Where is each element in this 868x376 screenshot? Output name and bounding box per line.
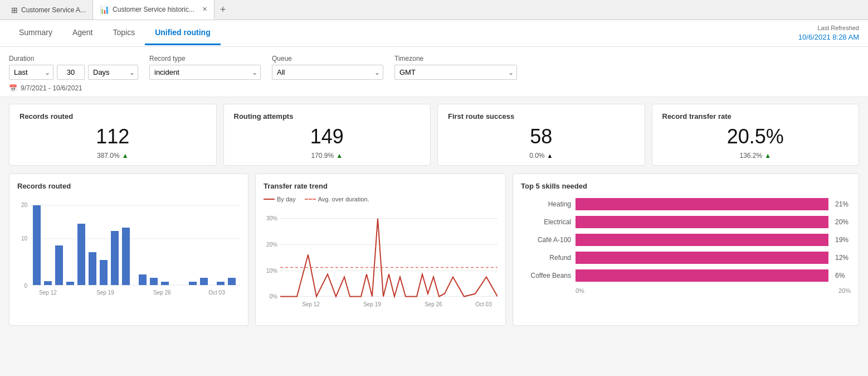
last-refreshed: Last Refreshed 10/6/2021 8:28 AM bbox=[798, 24, 859, 43]
svg-text:Sep 26: Sep 26 bbox=[153, 290, 171, 296]
hbar-pct-refund: 12% bbox=[835, 254, 851, 262]
tab-summary[interactable]: Summary bbox=[9, 21, 62, 45]
tab-cs-admin[interactable]: ⊞ Customer Service A... bbox=[4, 0, 93, 20]
bar-chart-area: 20 10 0 bbox=[17, 196, 240, 307]
hbar-label-electrical: Electrical bbox=[521, 218, 571, 226]
date-range-value: 9/7/2021 - 10/6/2021 bbox=[21, 84, 82, 92]
date-range: 📅 9/7/2021 - 10/6/2021 bbox=[9, 84, 859, 92]
hbar-axis-max: 20% bbox=[838, 287, 851, 294]
transfer-rate-chart: Transfer rate trend By day Avg. over dur… bbox=[255, 173, 506, 326]
hbar-fill-cafe bbox=[576, 234, 828, 246]
new-tab-button[interactable]: + bbox=[214, 4, 232, 16]
chart-legend: By day Avg. over duration. bbox=[264, 196, 498, 203]
svg-text:0%: 0% bbox=[270, 293, 278, 300]
timezone-select[interactable]: GMT EST PST bbox=[394, 65, 517, 80]
duration-value-input[interactable] bbox=[57, 65, 85, 80]
last-refreshed-label: Last Refreshed bbox=[798, 24, 859, 32]
legend-line-dashed bbox=[305, 199, 316, 200]
svg-rect-10 bbox=[77, 224, 85, 285]
records-routed-chart: Records routed 20 10 0 bbox=[9, 173, 248, 326]
hbar-fill-refund bbox=[576, 252, 828, 264]
hbar-track-coffee bbox=[576, 269, 828, 282]
svg-rect-18 bbox=[189, 282, 197, 285]
queue-label: Queue bbox=[272, 55, 383, 62]
kpi-records-routed-title: Records routed bbox=[19, 112, 206, 120]
hbar-track-electrical bbox=[576, 216, 828, 228]
kpi-transfer-rate-title: Record transfer rate bbox=[662, 112, 849, 120]
svg-text:0: 0 bbox=[24, 283, 27, 289]
legend-by-day: By day bbox=[264, 196, 296, 203]
svg-text:Sep 12: Sep 12 bbox=[302, 301, 320, 307]
svg-text:Sep 12: Sep 12 bbox=[39, 290, 57, 296]
transfer-rate-chart-title: Transfer rate trend bbox=[264, 182, 498, 190]
top-skills-chart-title: Top 5 skills needed bbox=[521, 182, 851, 190]
svg-rect-9 bbox=[66, 282, 74, 285]
legend-line-solid bbox=[264, 199, 275, 200]
calendar-icon: 📅 bbox=[9, 84, 17, 92]
tab-unified-routing[interactable]: Unified routing bbox=[145, 21, 221, 45]
hbar-row-cafe: Café A-100 19% bbox=[521, 234, 851, 246]
svg-rect-11 bbox=[89, 252, 96, 285]
hbar-pct-coffee: 6% bbox=[835, 272, 851, 279]
kpi-records-routed-pct: 387.0% bbox=[97, 152, 120, 160]
svg-rect-13 bbox=[111, 231, 119, 285]
hbar-pct-cafe: 19% bbox=[835, 236, 851, 244]
hbar-chart-area: Heating 21% Electrical 20% Café A-100 bbox=[521, 196, 851, 296]
main-content: Records routed 112 387.0% ▲ Routing atte… bbox=[0, 97, 868, 332]
bar-chart-svg: 20 10 0 bbox=[17, 196, 240, 307]
arrow-up-icon: ▲ bbox=[764, 152, 771, 160]
kpi-first-route-success-value: 58 bbox=[448, 125, 635, 148]
grid-icon: ⊞ bbox=[11, 6, 18, 15]
arrow-up-icon: ▲ bbox=[336, 152, 343, 160]
timezone-label: Timezone bbox=[394, 55, 517, 62]
kpi-routing-attempts: Routing attempts 149 170.9% ▲ bbox=[223, 104, 431, 166]
kpi-routing-attempts-value: 149 bbox=[234, 125, 421, 148]
hbar-axis: 0% 20% bbox=[521, 287, 851, 294]
kpi-routing-attempts-change: 170.9% ▲ bbox=[234, 152, 421, 160]
tab-agent[interactable]: Agent bbox=[62, 21, 103, 45]
kpi-records-routed: Records routed 112 387.0% ▲ bbox=[9, 104, 217, 166]
duration-period-select[interactable]: Last bbox=[9, 65, 53, 80]
tab-cs-admin-label: Customer Service A... bbox=[21, 6, 86, 14]
hbar-row-coffee: Coffee Beans 6% bbox=[521, 269, 851, 282]
svg-text:10: 10 bbox=[21, 235, 28, 242]
duration-label: Duration bbox=[9, 55, 138, 62]
timezone-filter: Timezone GMT EST PST bbox=[394, 55, 517, 80]
record-type-label: Record type bbox=[149, 55, 261, 62]
nav-bar: Summary Agent Topics Unified routing Las… bbox=[0, 20, 868, 47]
hbar-label-cafe: Café A-100 bbox=[521, 236, 571, 244]
hbar-track-cafe bbox=[576, 234, 828, 246]
svg-text:Sep 26: Sep 26 bbox=[425, 301, 442, 307]
svg-rect-21 bbox=[228, 278, 236, 285]
svg-text:Sep 19: Sep 19 bbox=[96, 290, 114, 296]
svg-text:Sep 19: Sep 19 bbox=[363, 301, 381, 307]
hbar-pct-electrical: 20% bbox=[835, 218, 851, 226]
tab-cs-historic[interactable]: 📊 Customer Service historic... ✕ bbox=[93, 0, 214, 20]
hbar-track-refund bbox=[576, 252, 828, 264]
tab-topics[interactable]: Topics bbox=[103, 21, 145, 45]
duration-filter: Duration Last Days Weeks Months bbox=[9, 55, 138, 80]
svg-text:20%: 20% bbox=[266, 242, 277, 248]
queue-filter: Queue All bbox=[272, 55, 383, 80]
hbar-label-refund: Refund bbox=[521, 254, 571, 262]
svg-rect-12 bbox=[100, 260, 108, 285]
duration-unit-select[interactable]: Days Weeks Months bbox=[88, 65, 138, 80]
kpi-first-route-success: First route success 58 0.0% ▲ bbox=[437, 104, 645, 166]
hbar-track-heating bbox=[576, 198, 828, 210]
tab-cs-historic-label: Customer Service historic... bbox=[113, 6, 194, 13]
kpi-transfer-rate-value: 20.5% bbox=[662, 125, 849, 148]
record-type-select[interactable]: incident case task bbox=[149, 65, 261, 80]
nav-tabs: Summary Agent Topics Unified routing bbox=[9, 21, 221, 45]
chart-icon: 📊 bbox=[100, 5, 109, 14]
svg-rect-7 bbox=[44, 281, 52, 285]
queue-select[interactable]: All bbox=[272, 65, 383, 80]
top-skills-chart: Top 5 skills needed Heating 21% Electric… bbox=[513, 173, 859, 326]
svg-rect-19 bbox=[200, 278, 208, 285]
kpi-transfer-rate-pct: 136.2% bbox=[739, 152, 762, 160]
tab-bar: ⊞ Customer Service A... 📊 Customer Servi… bbox=[0, 0, 868, 20]
line-chart-area: 30% 20% 10% 0% Sep 12 Sep bbox=[264, 206, 498, 317]
kpi-routing-attempts-title: Routing attempts bbox=[234, 112, 421, 120]
tab-close-button[interactable]: ✕ bbox=[202, 6, 207, 13]
hbar-row-electrical: Electrical 20% bbox=[521, 216, 851, 228]
hbar-label-coffee: Coffee Beans bbox=[521, 272, 571, 279]
